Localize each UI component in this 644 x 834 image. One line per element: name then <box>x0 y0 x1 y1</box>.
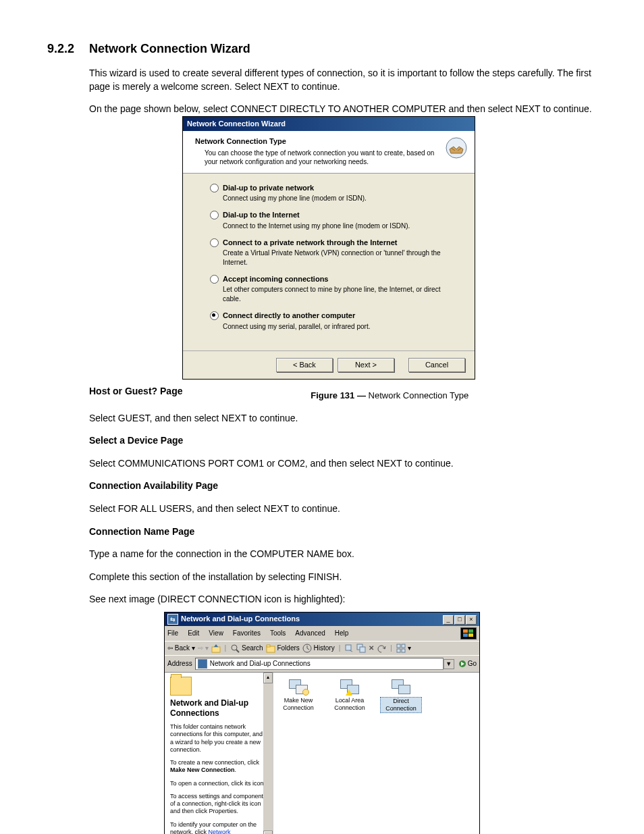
close-button[interactable]: × <box>466 615 477 625</box>
radio-option-dialup-internet[interactable]: Dial-up to the Internet Connect to the I… <box>210 210 456 230</box>
select-device-heading: Select a Device Page <box>89 434 597 448</box>
sidebar-paragraph-3: To open a connection, click its icon. <box>170 780 267 787</box>
svg-rect-13 <box>360 647 365 652</box>
svg-rect-14 <box>397 644 400 648</box>
connection-availability-heading: Connection Availability Page <box>89 479 597 493</box>
back-button[interactable]: ⇦ Back ▾ <box>167 644 195 653</box>
radio-option-dialup-private[interactable]: Dial-up to private network Connect using… <box>210 183 456 203</box>
connection-name-heading: Connection Name Page <box>89 525 597 539</box>
minimize-button[interactable]: _ <box>443 615 454 625</box>
address-field[interactable]: Network and Dial-up Connections <box>195 658 444 670</box>
explorer-window: ⇆ Network and Dial-up Connections _□× Fi… <box>164 612 480 834</box>
scroll-up-icon[interactable]: ▴ <box>263 673 273 683</box>
wizard-header-title: Network Connection Type <box>195 136 445 147</box>
folder-icon <box>170 677 192 696</box>
svg-rect-15 <box>402 644 405 648</box>
move-to-button[interactable] <box>344 644 354 653</box>
maximize-button[interactable]: □ <box>454 615 465 625</box>
menu-advanced[interactable]: Advanced <box>295 629 325 638</box>
radio-option-incoming[interactable]: Accept incoming connections Let other co… <box>210 274 456 304</box>
menu-view[interactable]: View <box>209 629 223 638</box>
svg-point-0 <box>446 138 466 158</box>
network-connection-wizard-dialog: Network Connection Wizard Network Connec… <box>182 116 475 380</box>
figure-131-caption: Figure 131 — Network Connection Type <box>311 390 468 400</box>
local-area-connection-item[interactable]: Local Area Connection <box>329 679 371 712</box>
handshake-icon <box>445 136 468 159</box>
address-label: Address <box>167 659 192 669</box>
address-dropdown-button[interactable]: ▼ <box>444 659 454 669</box>
connection-name-text-2: Complete this section of the installatio… <box>89 571 597 584</box>
windows-flag-icon <box>460 627 477 640</box>
radio-option-vpn[interactable]: Connect to a private network through the… <box>210 238 456 267</box>
radio-label: Accept incoming connections <box>223 274 456 284</box>
next-button[interactable]: Next > <box>338 358 394 372</box>
direct-connection-item[interactable]: Direct Connection <box>380 679 422 713</box>
folders-button[interactable]: Folders <box>266 644 300 653</box>
history-button[interactable]: History <box>302 644 335 653</box>
svg-rect-1 <box>463 629 468 633</box>
radio-label: Connect to a private network through the… <box>223 238 456 248</box>
svg-rect-11 <box>346 645 351 650</box>
make-new-connection-item[interactable]: Make New Connection <box>277 679 319 712</box>
views-button[interactable]: ▾ <box>396 644 411 653</box>
radio-icon <box>210 184 219 192</box>
sidebar-paragraph-4: To access settings and components of a c… <box>170 793 267 816</box>
menu-favorites[interactable]: Favorites <box>233 629 261 638</box>
section-heading: 9.2.2Network Connection Wizard <box>47 41 597 57</box>
sidebar-scrollbar[interactable]: ▴ ▾ <box>263 673 273 834</box>
radio-option-direct[interactable]: Connect directly to another computer Con… <box>210 311 456 331</box>
section-number: 9.2.2 <box>47 41 89 57</box>
direct-connection-icon <box>392 679 410 694</box>
connections-app-icon: ⇆ <box>167 614 178 625</box>
search-button[interactable]: Search <box>230 644 263 653</box>
sidebar-title: Network and Dial-up Connections <box>170 698 267 718</box>
address-value: Network and Dial-up Connections <box>210 659 311 669</box>
menu-tools[interactable]: Tools <box>270 629 286 638</box>
sidebar-paragraph-2: To create a new connection, click Make N… <box>170 759 267 775</box>
lan-connection-icon <box>340 679 359 694</box>
explorer-titlebar: ⇆ Network and Dial-up Connections _□× <box>165 613 479 626</box>
radio-label: Connect directly to another computer <box>223 311 370 321</box>
svg-point-6 <box>232 645 237 650</box>
explorer-menubar: File Edit View Favorites Tools Advanced … <box>165 626 479 641</box>
host-or-guest-heading: Host or Guest? Page <box>89 385 182 398</box>
wizard-header-description: You can choose the type of network conne… <box>195 149 445 166</box>
section-title: Network Connection Wizard <box>89 42 250 55</box>
undo-button[interactable] <box>377 644 386 653</box>
wizard-titlebar: Network Connection Wizard <box>183 117 475 131</box>
connection-availability-text: Select FOR ALL USERS, and then select NE… <box>89 502 597 516</box>
go-button[interactable]: Go <box>458 659 477 669</box>
radio-description: Connect to the Internet using my phone l… <box>223 221 410 231</box>
sidebar-paragraph-1: This folder contains network connections… <box>170 723 267 754</box>
connection-name-text-1: Type a name for the connection in the CO… <box>89 548 597 561</box>
svg-rect-16 <box>397 649 400 652</box>
host-guest-text: Select GUEST, and then select NEXT to co… <box>89 412 597 425</box>
item-label: Make New Connection <box>283 697 314 711</box>
connection-wizard-icon <box>289 679 308 694</box>
explorer-title-text: Network and Dial-up Connections <box>181 614 442 624</box>
explorer-addressbar: Address Network and Dial-up Connections … <box>165 655 479 672</box>
svg-line-7 <box>236 650 239 652</box>
copy-to-button[interactable] <box>356 644 366 653</box>
up-button[interactable] <box>211 644 221 653</box>
svg-rect-9 <box>267 645 270 647</box>
explorer-toolbar: ⇦ Back ▾ ⇨ ▾ | Search Folders History | … <box>165 641 479 655</box>
menu-file[interactable]: File <box>167 629 178 638</box>
back-button[interactable]: < Back <box>276 358 333 372</box>
cancel-button[interactable]: Cancel <box>408 358 465 372</box>
connection-name-text-3: See next image (DIRECT CONNECTION icon i… <box>89 593 597 606</box>
menu-edit[interactable]: Edit <box>188 629 199 638</box>
scroll-down-icon[interactable]: ▾ <box>263 831 273 834</box>
explorer-icon-area: Make New Connection Local Area Connectio… <box>273 673 479 834</box>
radio-description: Connect using my serial, parallel, or in… <box>223 322 370 332</box>
svg-rect-2 <box>468 629 473 633</box>
radio-icon <box>210 238 219 247</box>
sidebar-paragraph-5: To identify your computer on the network… <box>170 821 267 834</box>
delete-button[interactable]: ✕ <box>369 644 374 653</box>
menu-help[interactable]: Help <box>335 629 349 638</box>
radio-description: Let other computers connect to mine by p… <box>223 285 456 304</box>
radio-description: Connect using my phone line (modem or IS… <box>223 194 367 203</box>
forward-button[interactable]: ⇨ ▾ <box>198 644 209 653</box>
svg-rect-5 <box>212 647 220 652</box>
explorer-content: Network and Dial-up Connections This fol… <box>165 672 479 834</box>
